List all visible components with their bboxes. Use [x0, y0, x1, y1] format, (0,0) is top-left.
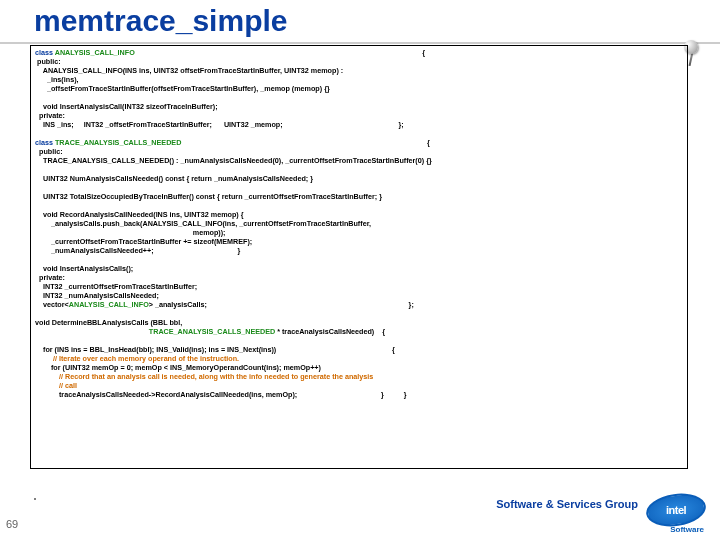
- logo-text: intel: [666, 504, 686, 516]
- code-classname: ANALYSIS_CALL_INFO: [69, 300, 149, 309]
- code-text: {: [135, 48, 425, 57]
- footer-text: Software & Services Group: [496, 498, 638, 510]
- code-text: TRACE_ANALYSIS_CALLS_NEEDED() : _numAnal…: [35, 156, 432, 165]
- code-text: _ins(ins),: [35, 75, 79, 84]
- code-text: {: [181, 138, 429, 147]
- code-text: _analysisCalls.push_back(ANALYSIS_CALL_I…: [35, 219, 371, 228]
- code-classname: ANALYSIS_CALL_INFO: [55, 48, 135, 57]
- code-text: [35, 327, 149, 336]
- code-text: void InsertAnalysisCall(INT32 sizeofTrac…: [35, 102, 218, 111]
- code-text: void DetermineBBLAnalysisCalls (BBL bbl,: [35, 318, 182, 327]
- code-text: INT32 _numAnalysisCallsNeeded;: [35, 291, 159, 300]
- code-text: for (UINT32 memOp = 0; memOp < INS_Memor…: [35, 363, 321, 372]
- code-text: ANALYSIS_CALL_INFO(INS ins, UINT32 offse…: [35, 66, 343, 75]
- code-text: memop));: [35, 228, 226, 237]
- code-text: _currentOffsetFromTraceStartInBuffer += …: [35, 237, 252, 246]
- code-block: class ANALYSIS_CALL_INFO { public: ANALY…: [30, 45, 688, 469]
- code-text: _numAnalysisCallsNeeded++; }: [35, 246, 240, 255]
- code-comment: // Iterate over each memory operand of t…: [35, 354, 239, 363]
- code-text: _offsetFromTraceStartInBuffer(offsetFrom…: [35, 84, 330, 93]
- logo-subtext: Software: [670, 525, 704, 534]
- code-text: UINT32 NumAnalysisCallsNeeded() const { …: [35, 174, 313, 183]
- bullet-icon: [34, 498, 36, 500]
- slide-title: memtrace_simple: [34, 4, 287, 38]
- code-classname: TRACE_ANALYSIS_CALLS_NEEDED: [149, 327, 275, 336]
- code-text: void InsertAnalysisCalls();: [35, 264, 133, 273]
- code-text: INT32 _currentOffsetFromTraceStartInBuff…: [35, 282, 197, 291]
- title-underline: [0, 42, 720, 44]
- code-classname: TRACE_ANALYSIS_CALLS_NEEDED: [55, 138, 181, 147]
- intel-logo-icon: intel Software: [644, 490, 706, 532]
- code-comment: // Record that an analysis call is neede…: [35, 372, 373, 381]
- slide-number: 69: [6, 518, 18, 530]
- code-text: * traceAnalysisCallsNeeded) {: [275, 327, 385, 336]
- code-text: INS _ins; INT32 _offsetFromTraceStartInB…: [35, 120, 404, 129]
- code-keyword: class: [35, 138, 55, 147]
- code-text: vector<: [35, 300, 69, 309]
- code-text: for (INS ins = BBL_InsHead(bbl); INS_Val…: [35, 345, 395, 354]
- code-text: private:: [35, 111, 65, 120]
- code-text: traceAnalysisCallsNeeded->RecordAnalysis…: [35, 390, 407, 399]
- code-text: void RecordAnalysisCallNeeded(INS ins, U…: [35, 210, 244, 219]
- code-text: private:: [35, 273, 65, 282]
- code-keyword: class: [35, 48, 55, 57]
- code-text: > _analysisCalls; };: [149, 300, 414, 309]
- code-text: UINT32 TotalSizeOccupiedByTraceInBuffer(…: [35, 192, 382, 201]
- code-comment: // call: [35, 381, 77, 390]
- code-text: public:: [35, 57, 61, 66]
- code-text: public:: [35, 147, 63, 156]
- slide: memtrace_simple class ANALYSIS_CALL_INFO: [0, 0, 720, 540]
